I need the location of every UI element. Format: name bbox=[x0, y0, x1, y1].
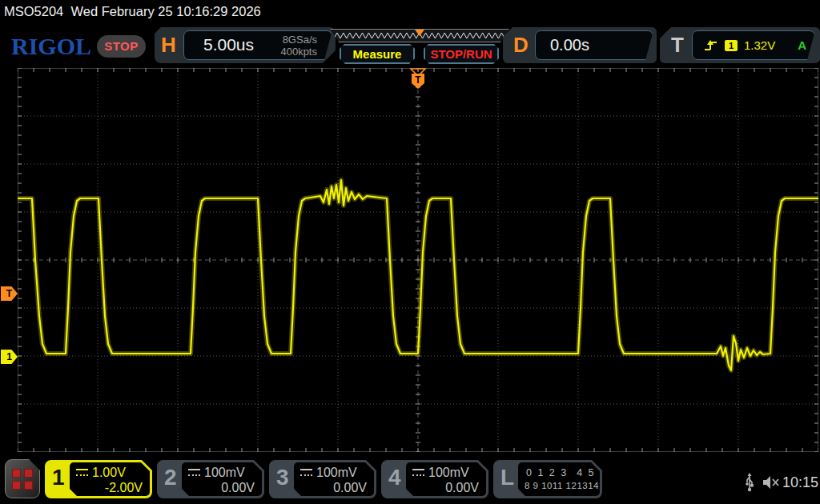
channel-2-box[interactable]: 2 100mV 0.00V bbox=[157, 460, 264, 498]
horizontal-settings-box[interactable]: H 5.00us 8GSa/s 400kpts bbox=[155, 27, 336, 63]
dc-coupling-icon bbox=[76, 469, 88, 476]
channel-1-panel: 1.00V -2.00V bbox=[70, 462, 150, 496]
usb-icon bbox=[744, 473, 755, 492]
channel-1-box[interactable]: 1 1.00V -2.00V bbox=[45, 460, 152, 498]
channel-4-offset: 0.00V bbox=[406, 481, 486, 495]
logic-analyzer-label: L bbox=[500, 465, 514, 490]
delay-settings-box[interactable]: D 0.00s bbox=[503, 27, 657, 63]
measure-button[interactable]: Measure bbox=[340, 44, 415, 64]
channel-2-scale: 100mV bbox=[204, 466, 245, 480]
channel1-position-marker[interactable]: 1 bbox=[1, 350, 18, 364]
channel-4-number: 4 bbox=[388, 465, 401, 490]
speaker-muted-icon[interactable] bbox=[762, 474, 781, 490]
trigger-position-letter: T bbox=[415, 74, 421, 86]
rising-edge-trigger-icon bbox=[704, 39, 718, 52]
channel-1-offset: -2.00V bbox=[70, 481, 150, 495]
clock: 10:15 bbox=[782, 474, 818, 491]
digital-channels-row1: 0 1 2 3 4 5 6 7 bbox=[518, 462, 600, 478]
channel-3-panel: 100mV 0.00V bbox=[294, 462, 374, 496]
channel-3-offset: 0.00V bbox=[294, 481, 374, 495]
sample-rate: 8GSa/s bbox=[280, 34, 317, 46]
logic-analyzer-panel: 0 1 2 3 4 5 6 7 8 9 1011 12131415 bbox=[518, 462, 600, 496]
channel-4-box[interactable]: 4 100mV 0.00V bbox=[381, 460, 488, 498]
trigger-position-marker[interactable]: T bbox=[409, 68, 427, 92]
menu-grid-icon bbox=[12, 469, 33, 490]
trigger-mode: A bbox=[798, 38, 806, 52]
run-state-badge[interactable]: STOP bbox=[97, 35, 146, 58]
dc-coupling-icon bbox=[300, 469, 312, 476]
channel-3-box[interactable]: 3 100mV 0.00V bbox=[269, 460, 376, 498]
channel-4-panel: 100mV 0.00V bbox=[406, 462, 486, 496]
trigger-label: T bbox=[671, 33, 684, 58]
dc-coupling-icon bbox=[412, 469, 424, 476]
trigger-inner-panel: 1 1.32V A bbox=[692, 30, 815, 60]
logic-analyzer-box[interactable]: L 0 1 2 3 4 5 6 7 8 9 1011 12131415 bbox=[493, 460, 602, 498]
waveform-display bbox=[18, 68, 818, 452]
horizontal-inner-panel: 5.00us 8GSa/s 400kpts bbox=[183, 30, 332, 60]
trigger-level-value: 1.32V bbox=[744, 38, 791, 52]
rigol-logo: RIGOL bbox=[11, 33, 91, 60]
channel-1-number: 1 bbox=[52, 465, 65, 490]
stop-run-button[interactable]: STOP/RUN bbox=[424, 44, 499, 64]
channel-2-panel: 100mV 0.00V bbox=[182, 462, 262, 496]
trigger-settings-box[interactable]: T 1 1.32V A bbox=[660, 27, 820, 63]
digital-channels-row2: 8 9 1011 12131415 bbox=[518, 478, 600, 490]
trigger-source-badge: 1 bbox=[725, 40, 738, 51]
dc-coupling-icon bbox=[188, 469, 200, 476]
horizontal-label: H bbox=[161, 33, 176, 58]
delay-label: D bbox=[513, 33, 529, 58]
model-and-datetime: MSO5204 Wed February 25 10:16:29 2026 bbox=[4, 4, 261, 19]
channel-4-scale: 100mV bbox=[428, 466, 469, 480]
channel-1-scale: 1.00V bbox=[92, 466, 126, 480]
top-status-bar: MSO5204 Wed February 25 10:16:29 2026 bbox=[0, 0, 820, 24]
channel-3-number: 3 bbox=[276, 465, 289, 490]
acquisition-info: 8GSa/s 400kpts bbox=[280, 34, 317, 58]
overview-trigger-marker-icon[interactable] bbox=[415, 30, 424, 36]
delay-value: 0.00s bbox=[550, 36, 589, 54]
memory-depth: 400kpts bbox=[280, 46, 317, 58]
channel-3-scale: 100mV bbox=[316, 466, 357, 480]
channel-2-offset: 0.00V bbox=[182, 481, 262, 495]
timebase-value: 5.00us bbox=[203, 35, 254, 54]
channel-2-number: 2 bbox=[164, 465, 177, 490]
delay-inner-panel: 0.00s bbox=[535, 30, 653, 60]
menu-button[interactable] bbox=[5, 459, 40, 498]
trigger-level-marker[interactable]: T bbox=[1, 286, 18, 301]
